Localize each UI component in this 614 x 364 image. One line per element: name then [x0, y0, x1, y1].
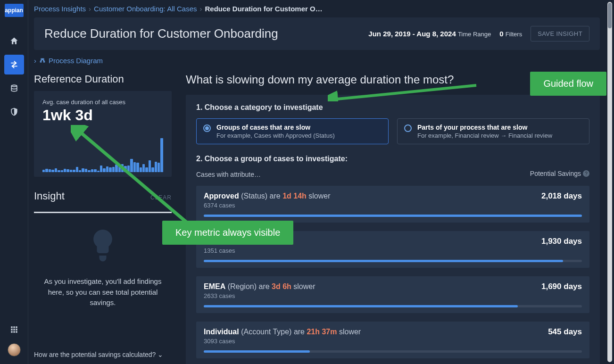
page-title: Reduce Duration for Customer Onboarding	[44, 26, 278, 41]
nav-security[interactable]	[4, 102, 24, 122]
option-process-parts[interactable]: Parts of your process that are slow For …	[397, 118, 589, 144]
histogram-bar	[42, 170, 45, 172]
time-range[interactable]: Jun 29, 2019 - Aug 8, 2024 Time Range	[368, 30, 491, 38]
reference-value: 1wk 3d	[42, 107, 163, 124]
scrollbar[interactable]	[607, 2, 612, 362]
step2-label: 2. Choose a group of cases to investigat…	[196, 155, 589, 163]
case-title: EMEA (Region) are 3d 6h slower	[204, 282, 315, 291]
radio-icon	[203, 124, 211, 132]
histogram-bar	[49, 169, 51, 172]
save-insight-button[interactable]: SAVE INSIGHT	[531, 26, 589, 41]
insight-heading: Insight	[34, 190, 65, 202]
grid-icon	[9, 325, 19, 334]
reference-label: Avg. case duration of all cases	[42, 99, 163, 106]
callout-key-metric: Key metric always visible	[162, 221, 293, 245]
savings-bar	[204, 260, 582, 262]
radio-icon	[404, 124, 412, 132]
nav-data[interactable]	[4, 78, 24, 98]
case-count: 1351 cases	[204, 247, 582, 254]
chevron-right-icon: ›	[89, 5, 91, 13]
savings-bar	[204, 305, 582, 307]
home-icon	[9, 36, 19, 46]
callout-guided-flow: Guided flow	[530, 72, 606, 96]
crumb-current: Reduce Duration for Customer O…	[205, 5, 322, 13]
step1-label: 1. Choose a category to investigate	[196, 103, 589, 112]
crumb-2[interactable]: Customer Onboarding: All Cases	[94, 5, 197, 13]
chevron-right-icon: ›	[199, 5, 202, 13]
nav-rail: appian	[0, 0, 28, 364]
diagram-icon	[39, 58, 46, 64]
filter-count[interactable]: 0 Filters	[499, 30, 522, 38]
histogram-bar	[61, 170, 63, 172]
user-avatar[interactable]	[8, 343, 21, 356]
case-card[interactable]: EMEA (Region) are 3d 6h slower 1,690 day…	[196, 276, 589, 313]
crumb-1[interactable]: Process Insights	[34, 5, 86, 13]
help-icon[interactable]: ?	[583, 170, 589, 177]
histogram-bar	[51, 170, 54, 172]
case-count: 3093 cases	[204, 338, 582, 345]
histogram-bar	[66, 169, 69, 172]
insight-empty-state: As you investigate, you'll add findings …	[34, 227, 172, 308]
arrow-icon	[71, 125, 193, 229]
svg-line-1	[77, 130, 189, 224]
arrow-icon	[328, 83, 479, 101]
option-groups-of-cases[interactable]: Groups of cases that are slow For exampl…	[196, 118, 389, 144]
case-savings: 1,690 days	[541, 282, 582, 291]
potential-savings-label: Potential Savings	[530, 170, 581, 177]
case-savings: 545 days	[548, 327, 582, 337]
histogram-bar	[45, 169, 48, 172]
process-diagram-link[interactable]: › Process Diagram	[34, 57, 600, 65]
savings-bar	[204, 350, 582, 353]
case-savings: 2,018 days	[541, 191, 582, 201]
chevron-right-icon: ›	[34, 57, 36, 65]
case-count: 6374 cases	[204, 202, 582, 209]
reference-heading: Reference Duration	[34, 73, 172, 85]
histogram-bar	[64, 169, 66, 172]
chevron-down-icon: ⌄	[158, 351, 163, 358]
case-savings: 1,930 days	[541, 237, 582, 246]
case-title: Individual (Account Type) are 21h 37m sl…	[204, 328, 361, 336]
flow-icon	[9, 60, 19, 69]
savings-bar	[204, 215, 582, 217]
histogram-bar	[58, 170, 60, 172]
case-count: 2633 cases	[204, 292, 582, 299]
page-header: Reduce Duration for Customer Onboarding …	[34, 17, 600, 50]
brand-logo[interactable]: appian	[5, 4, 24, 17]
lightbulb-icon	[89, 227, 117, 265]
savings-calc-link[interactable]: How are the potential savings calculated…	[34, 351, 172, 358]
database-icon	[9, 83, 19, 93]
case-card[interactable]: Approved (Status) are 1d 14h slower 2,01…	[196, 186, 589, 223]
histogram-bar	[55, 168, 57, 172]
case-card[interactable]: Individual (Account Type) are 21h 37m sl…	[196, 322, 589, 358]
case-title: Approved (Status) are 1d 14h slower	[204, 192, 331, 200]
shield-icon	[9, 107, 19, 116]
nav-home[interactable]	[4, 31, 24, 51]
breadcrumb: Process Insights › Customer Onboarding: …	[34, 5, 600, 13]
cases-with-label: Cases with attribute…	[196, 171, 261, 178]
nav-process[interactable]	[4, 55, 24, 74]
nav-apps[interactable]	[4, 320, 24, 339]
scroll-thumb[interactable]	[608, 3, 612, 28]
svg-line-0	[332, 85, 476, 99]
